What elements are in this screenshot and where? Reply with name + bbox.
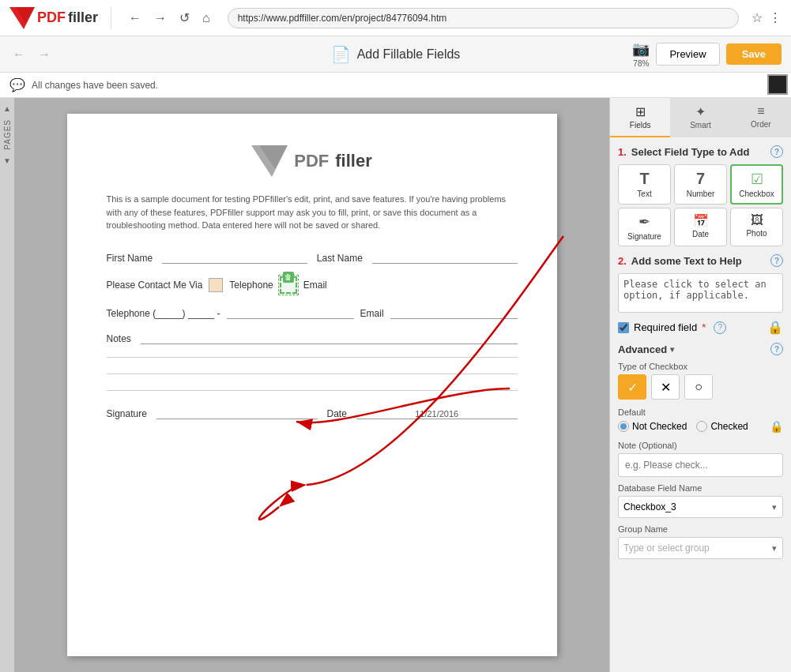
divider-3: [107, 390, 518, 391]
checkbox-icon: ☑: [751, 171, 763, 188]
field-type-date[interactable]: 📅 Date: [674, 208, 727, 246]
camera-icon: 📷: [632, 40, 650, 58]
right-panel: ⊞ Fields ✦ Smart ≡ Order 1. Select Field…: [609, 98, 791, 672]
nav-back: ←: [9, 44, 28, 65]
save-button[interactable]: Save: [726, 43, 782, 65]
name-row: First Name Last Name: [107, 251, 518, 264]
radio-checked[interactable]: Checked: [696, 421, 748, 432]
required-row: Required field * ? 🔒: [618, 320, 783, 335]
section2-header: 2. Add some Text to Help ?: [618, 254, 783, 267]
last-name-label: Last Name: [317, 253, 363, 264]
notification-text: All changes have been saved.: [32, 80, 158, 91]
date-type-label: Date: [692, 230, 709, 238]
preview-button[interactable]: Preview: [656, 43, 719, 66]
number-icon: 7: [696, 170, 705, 188]
notes-line: [141, 332, 518, 344]
lock-icon-default: 🔒: [770, 420, 783, 433]
zoom-badge: 78%: [633, 59, 649, 68]
group-name-label: Group Name: [618, 524, 783, 534]
back-button[interactable]: ←: [124, 9, 146, 27]
text-icon: T: [639, 170, 649, 188]
last-name-line: [372, 251, 518, 264]
note-label: Note (Optional): [618, 441, 783, 450]
field-type-checkbox[interactable]: ☑ Checkbox: [730, 164, 783, 205]
sig-row: Signature Date 11/21/2016: [107, 407, 518, 419]
bookmark-icon[interactable]: ☆: [751, 10, 763, 25]
cb-type-circle[interactable]: ○: [684, 374, 713, 400]
checked-label: Checked: [710, 421, 748, 432]
document-area: PDFfiller This is a sample document for …: [14, 98, 609, 672]
field-type-photo[interactable]: 🖼 Photo: [730, 208, 783, 246]
advanced-label: Advanced: [618, 344, 667, 355]
notes-row: Notes: [107, 332, 518, 344]
refresh-button[interactable]: ↺: [175, 9, 194, 27]
help-text-input[interactable]: Please click to select an option, if app…: [618, 273, 783, 313]
doc-logo: PDFfiller: [251, 145, 371, 177]
tel-field-label: Telephone (_____) _____ -: [107, 308, 220, 319]
radio-not-checked[interactable]: Not Checked: [618, 421, 687, 432]
fields-tab-label: Fields: [630, 121, 651, 130]
order-tab-label: Order: [751, 120, 771, 129]
first-name-label: First Name: [107, 253, 153, 264]
db-field-label: Database Field Name: [618, 483, 783, 493]
required-checkbox[interactable]: [618, 322, 629, 333]
db-field-select[interactable]: Checkbox_3: [618, 496, 783, 518]
checkbox-email-container: 🗑: [280, 276, 297, 294]
pages-up-arrow[interactable]: ▲: [3, 104, 11, 113]
section1-title: Select Field Type to Add: [631, 146, 750, 158]
tab-smart[interactable]: ✦ Smart: [670, 98, 730, 137]
date-type-icon: 📅: [693, 213, 709, 228]
db-field-select-wrapper: Checkbox_3: [618, 496, 783, 518]
logo-pdf: PDF: [37, 9, 66, 26]
pages-down-arrow[interactable]: ▼: [3, 156, 11, 165]
tab-order[interactable]: ≡ Order: [731, 98, 791, 137]
page-title: 📄 Add Fillable Fields: [331, 45, 461, 64]
color-swatch[interactable]: [767, 74, 788, 95]
home-button[interactable]: ⌂: [198, 9, 215, 27]
default-radio-row: Not Checked Checked 🔒: [618, 420, 783, 433]
field-type-number[interactable]: 7 Number: [674, 164, 727, 205]
lock-icon: 🔒: [767, 320, 783, 335]
smart-tab-label: Smart: [690, 121, 711, 130]
note-input[interactable]: [618, 453, 783, 477]
url-bar[interactable]: [228, 8, 739, 28]
circle-symbol: ○: [695, 380, 702, 394]
advanced-header[interactable]: Advanced ▾ ?: [618, 343, 783, 355]
contact-label: Please Contact Me Via: [107, 280, 203, 291]
date-value: 11/21/2016: [356, 409, 518, 419]
pages-sidebar[interactable]: ▲ PAGES ▼: [0, 98, 14, 672]
help-icon-required[interactable]: ?: [714, 321, 726, 334]
checkbox-telephone[interactable]: [209, 278, 223, 292]
checkbox-email-highlighted[interactable]: 🗑: [280, 276, 297, 294]
section1-num: 1.: [618, 146, 627, 158]
date-line: [356, 419, 518, 419]
default-label: Default: [618, 407, 783, 417]
not-checked-label: Not Checked: [632, 421, 687, 432]
group-select[interactable]: Type or select group: [618, 537, 783, 559]
help-icon-advanced[interactable]: ?: [770, 343, 783, 355]
checkmark-symbol: ✓: [627, 380, 638, 395]
text-label: Text: [637, 190, 651, 198]
telephone-option-label: Telephone: [229, 280, 273, 291]
type-of-checkbox-label: Type of Checkbox: [618, 362, 783, 371]
field-type-signature[interactable]: ✒ Signature: [618, 208, 671, 246]
date-container: 11/21/2016: [356, 409, 518, 419]
cb-type-checkmark[interactable]: ✓: [618, 374, 646, 400]
number-label: Number: [687, 190, 715, 198]
required-star: *: [702, 321, 706, 333]
help-icon-1[interactable]: ?: [770, 145, 783, 158]
group-select-wrapper: Type or select group: [618, 537, 783, 559]
delete-badge[interactable]: 🗑: [283, 272, 294, 283]
field-type-text[interactable]: T Text: [618, 164, 671, 205]
forward-button[interactable]: →: [149, 9, 171, 27]
cb-type-cross[interactable]: ✕: [651, 374, 680, 400]
advanced-chevron: ▾: [670, 345, 674, 354]
tel-line: [227, 306, 354, 319]
section2: 2. Add some Text to Help ? Please click …: [618, 254, 783, 335]
tab-fields[interactable]: ⊞ Fields: [610, 98, 670, 137]
menu-icon[interactable]: ⋮: [769, 10, 782, 25]
email-line: [390, 306, 518, 319]
chat-icon: 💬: [9, 77, 25, 92]
doc-logo-pdf: PDF: [294, 151, 329, 171]
help-icon-2[interactable]: ?: [770, 254, 783, 267]
